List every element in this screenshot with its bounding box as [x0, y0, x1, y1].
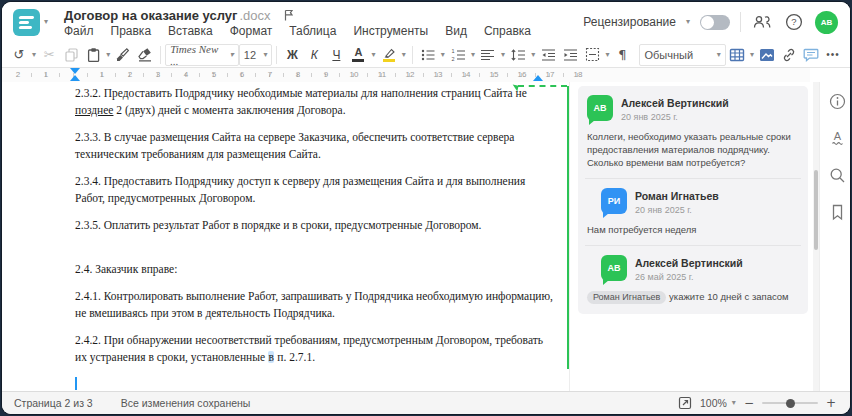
- info-icon[interactable]: [826, 90, 848, 112]
- comment-avatar: АВ: [601, 255, 627, 281]
- ruler-number: 5: [212, 70, 216, 79]
- comment-item[interactable]: АВ Алексей Вертинский 20 янв 2025 г. Кол…: [587, 95, 799, 169]
- clear-style-icon[interactable]: [134, 44, 156, 66]
- menu-tools[interactable]: Инструменты: [353, 24, 428, 40]
- font-color-caret-icon[interactable]: ▾: [369, 51, 377, 59]
- app-window: ▾ Договор на оказание услуг .docx Файл П…: [2, 2, 850, 414]
- help-icon[interactable]: ?: [783, 11, 805, 33]
- insert-table-icon[interactable]: [726, 44, 748, 66]
- paste-button[interactable]: [82, 44, 104, 66]
- insert-link-icon[interactable]: [778, 44, 800, 66]
- ruler-number: 9: [324, 70, 328, 79]
- menu-view[interactable]: Вид: [445, 24, 467, 40]
- ruler-number: 14: [462, 70, 471, 79]
- menu-edit[interactable]: Правка: [111, 24, 152, 40]
- comment-item[interactable]: АВ Алексей Вертинский 26 май 2025 г. Ром…: [587, 255, 799, 304]
- menu-file[interactable]: Файл: [64, 24, 94, 40]
- italic-button[interactable]: К: [303, 44, 325, 66]
- document-text[interactable]: 2.3.2. Предоставить Подрядчику необходим…: [17, 82, 559, 392]
- nonprinting-chars-icon[interactable]: ¶: [611, 44, 633, 66]
- menu-help[interactable]: Справка: [484, 24, 531, 40]
- first-line-indent-marker[interactable]: [70, 68, 80, 74]
- font-color-button[interactable]: А: [347, 44, 369, 66]
- paragraph: [75, 376, 553, 392]
- title-row: Договор на оказание услуг .docx: [64, 7, 295, 23]
- zoom-select[interactable]: 100%▾: [700, 397, 736, 409]
- line-spacing-icon[interactable]: [507, 44, 529, 66]
- left-indent-marker[interactable]: [70, 75, 80, 81]
- document-title: Договор на оказание услуг: [64, 8, 237, 23]
- align-left-icon[interactable]: [477, 44, 499, 66]
- bold-button[interactable]: Ж: [281, 44, 303, 66]
- right-indent-marker[interactable]: [533, 75, 543, 81]
- insert-comment-icon[interactable]: [800, 44, 822, 66]
- line-spacing-caret-icon[interactable]: ▾: [529, 51, 537, 59]
- paragraph: 2.4. Заказчик вправе:: [75, 244, 553, 278]
- menu-insert[interactable]: Вставка: [168, 24, 213, 40]
- paste-caret-icon[interactable]: ▾: [104, 51, 112, 59]
- numbered-list-icon[interactable]: 12: [447, 44, 469, 66]
- user-avatar[interactable]: АВ: [815, 11, 838, 34]
- undo-button[interactable]: ↺: [8, 44, 30, 66]
- highlight-color-button[interactable]: [378, 44, 400, 66]
- ruler-number: 6: [240, 70, 244, 79]
- comment-item[interactable]: РИ Роман Игнатьев 20 янв 2025 г. Нам пот…: [587, 188, 799, 236]
- font-size-select[interactable]: 12▾: [239, 44, 273, 66]
- bullet-list-icon[interactable]: [417, 44, 439, 66]
- paragraph-style-select[interactable]: Обычный▾: [639, 44, 725, 66]
- review-toggle[interactable]: [700, 15, 730, 30]
- fit-page-icon[interactable]: [678, 396, 692, 410]
- highlight-caret-icon[interactable]: ▾: [400, 51, 408, 59]
- spellcheck-icon[interactable]: А: [826, 127, 848, 149]
- comment-avatar: РИ: [601, 188, 627, 214]
- horizontal-ruler[interactable]: 21123456789101112131415161718: [2, 68, 810, 83]
- paragraph: 2.3.3. В случае размещения Сайта на серв…: [75, 129, 553, 163]
- align-caret-icon[interactable]: ▾: [499, 51, 507, 59]
- insert-image-icon[interactable]: [756, 44, 778, 66]
- increase-indent-icon[interactable]: [559, 44, 581, 66]
- toolbar: ↺ ▾ ✂ ▾ Times New ...▾ 12▾ Ж К Ч А ▾: [2, 42, 850, 68]
- ruler-number: 2: [16, 70, 20, 79]
- table-caret-icon[interactable]: ▾: [748, 51, 756, 59]
- logo-caret-icon[interactable]: ▾: [44, 17, 48, 26]
- menu-table[interactable]: Таблица: [289, 24, 336, 40]
- zoom-slider-thumb[interactable]: [786, 399, 795, 408]
- document-page[interactable]: 2.3.2. Предоставить Подрядчику необходим…: [17, 82, 569, 392]
- decrease-indent-icon[interactable]: [537, 44, 559, 66]
- paragraph-shading-icon[interactable]: [581, 44, 603, 66]
- toolbar-more-button[interactable]: •••: [822, 44, 844, 66]
- save-status: Все изменения сохранены: [121, 397, 251, 409]
- numbered-list-caret-icon[interactable]: ▾: [469, 51, 477, 59]
- review-mode-label[interactable]: Рецензирование: [583, 15, 676, 29]
- scrollbar-thumb[interactable]: [814, 170, 818, 250]
- zoom-out-button[interactable]: −: [744, 396, 754, 410]
- mention-chip[interactable]: Роман Игнатьев: [587, 291, 666, 304]
- app-logo-icon[interactable]: [13, 9, 40, 36]
- review-caret-icon[interactable]: ▾: [686, 18, 690, 26]
- undo-caret-icon[interactable]: ▾: [30, 51, 38, 59]
- comment-anchor-text[interactable]: позднее: [75, 104, 113, 116]
- copy-button[interactable]: [60, 44, 82, 66]
- ruler-number: 11: [378, 70, 386, 79]
- shading-caret-icon[interactable]: ▾: [603, 51, 611, 59]
- comment-text: Нам потребуется неделя: [587, 223, 799, 236]
- zoom-slider[interactable]: [762, 402, 818, 404]
- zoom-in-button[interactable]: +: [826, 396, 836, 410]
- svg-text:?: ?: [791, 16, 796, 27]
- bullet-list-caret-icon[interactable]: ▾: [439, 51, 447, 59]
- underline-button[interactable]: Ч: [325, 44, 347, 66]
- bookmark-icon[interactable]: [826, 201, 848, 223]
- collaboration-users-icon[interactable]: [751, 11, 773, 33]
- format-painter-icon[interactable]: [112, 44, 134, 66]
- search-icon[interactable]: [826, 164, 848, 186]
- menu-format[interactable]: Формат: [230, 24, 273, 40]
- divider: [740, 12, 741, 32]
- ruler-number: 7: [268, 70, 272, 79]
- flag-icon[interactable]: [283, 9, 295, 22]
- cut-button[interactable]: ✂: [38, 44, 60, 66]
- ruler-number: 10: [350, 70, 359, 79]
- font-name-select[interactable]: Times New ...▾: [165, 44, 239, 66]
- paragraph: 2.4.1. Контролировать выполнение Работ, …: [75, 288, 553, 322]
- comment-thread[interactable]: АВ Алексей Вертинский 20 янв 2025 г. Кол…: [578, 86, 808, 314]
- page-indicator[interactable]: Страница 2 из 3: [14, 397, 93, 409]
